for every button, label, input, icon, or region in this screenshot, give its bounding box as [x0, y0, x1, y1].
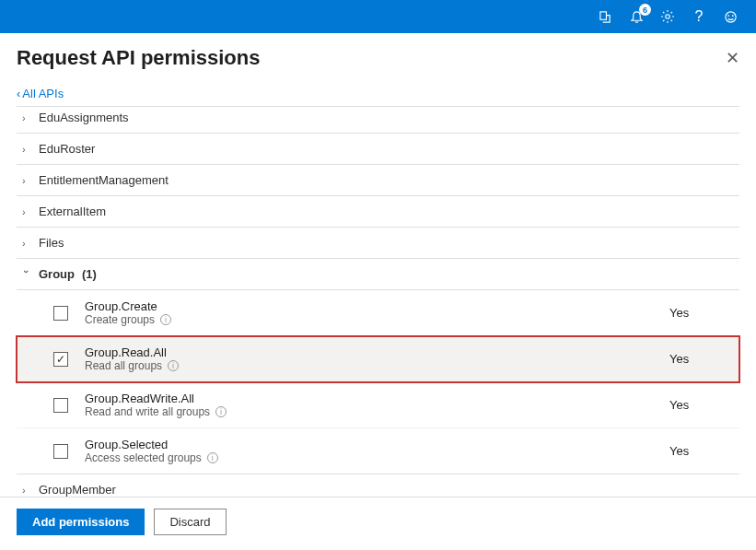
chevron-right-icon: › [22, 144, 31, 155]
notifications-icon[interactable]: 6 [629, 9, 644, 24]
settings-icon[interactable] [660, 9, 675, 24]
permission-name: Group.ReadWrite.All [85, 392, 669, 405]
permission-text: Group.Read.AllRead all groupsi [85, 345, 669, 372]
svg-point-4 [732, 15, 733, 16]
permission-checkbox[interactable]: ✓ [53, 352, 68, 367]
category-label: GroupMember [39, 483, 116, 497]
category-count: (1) [82, 267, 97, 281]
svg-rect-0 [599, 11, 606, 18]
chevron-right-icon: › [22, 112, 31, 123]
permission-text: Group.CreateCreate groupsi [85, 299, 669, 326]
permission-text: Group.ReadWrite.AllRead and write all gr… [85, 392, 669, 418]
permission-checkbox[interactable] [53, 444, 68, 459]
permission-row: Group.SelectedAccess selected groupsiYes [17, 428, 739, 474]
category-label: Group [39, 267, 75, 281]
chevron-down-icon: › [21, 270, 32, 279]
help-icon[interactable]: ? [692, 9, 706, 24]
chevron-right-icon: › [22, 175, 31, 186]
category-label: ExternalItem [39, 205, 106, 218]
panel-footer: Add permissions Discard [0, 497, 756, 550]
info-icon[interactable]: i [160, 314, 171, 325]
directory-icon[interactable] [598, 9, 612, 24]
back-link-label: All APIs [22, 87, 64, 100]
admin-consent-value: Yes [669, 306, 734, 320]
permission-description: Read and write all groupsi [85, 405, 669, 418]
svg-point-1 [666, 15, 669, 18]
permission-description: Read all groupsi [85, 359, 669, 372]
feedback-icon[interactable] [723, 9, 738, 24]
svg-point-3 [727, 15, 728, 16]
permission-row: Group.CreateCreate groupsiYes [17, 290, 739, 336]
info-icon[interactable]: i [215, 406, 227, 417]
chevron-right-icon: › [22, 485, 31, 496]
chevron-right-icon: › [22, 206, 31, 217]
permission-table: Group.CreateCreate groupsiYes✓Group.Read… [17, 290, 739, 474]
permission-checkbox[interactable] [53, 306, 68, 321]
category-label: EduAssignments [39, 111, 129, 124]
close-icon[interactable]: ✕ [726, 48, 739, 68]
category-row-expanded[interactable]: › Group (1) [17, 259, 739, 290]
top-bar: 6 ? [0, 0, 756, 33]
add-permissions-button[interactable]: Add permissions [17, 509, 145, 535]
chevron-right-icon: › [22, 238, 31, 249]
permission-text: Group.SelectedAccess selected groupsi [85, 438, 669, 464]
permission-checkbox[interactable] [53, 398, 68, 413]
permission-row: ✓Group.Read.AllRead all groupsiYes [17, 336, 739, 382]
permission-name: Group.Read.All [85, 345, 669, 359]
discard-button[interactable]: Discard [154, 509, 226, 535]
permission-name: Group.Create [85, 299, 669, 313]
permission-name: Group.Selected [85, 438, 669, 451]
permission-description: Access selected groupsi [85, 451, 669, 464]
page-title: Request API permissions [17, 46, 260, 70]
category-row[interactable]: ›EntitlementManagement [17, 165, 739, 196]
back-all-apis-link[interactable]: ‹ All APIs [0, 74, 64, 104]
admin-consent-value: Yes [669, 398, 734, 412]
category-label: EntitlementManagement [39, 173, 169, 187]
svg-point-2 [725, 11, 735, 21]
category-row[interactable]: ›Files [17, 228, 739, 259]
chevron-left-icon: ‹ [17, 87, 20, 100]
permission-description: Create groupsi [85, 313, 669, 326]
info-icon[interactable]: i [207, 452, 218, 463]
permission-category-list: › EduAssignments ›EduRoster›EntitlementM… [17, 106, 739, 506]
category-row[interactable]: ›ExternalItem [17, 196, 739, 228]
admin-consent-value: Yes [669, 444, 734, 458]
admin-consent-value: Yes [669, 352, 734, 366]
notification-badge: 6 [639, 4, 651, 16]
category-label: Files [39, 236, 64, 250]
category-row[interactable]: ›EduRoster [17, 134, 739, 165]
info-icon[interactable]: i [168, 360, 179, 371]
category-label: EduRoster [39, 142, 95, 156]
permission-row: Group.ReadWrite.AllRead and write all gr… [17, 382, 739, 428]
category-row[interactable]: › EduAssignments [17, 107, 739, 134]
panel-header: Request API permissions ✕ [0, 33, 756, 74]
